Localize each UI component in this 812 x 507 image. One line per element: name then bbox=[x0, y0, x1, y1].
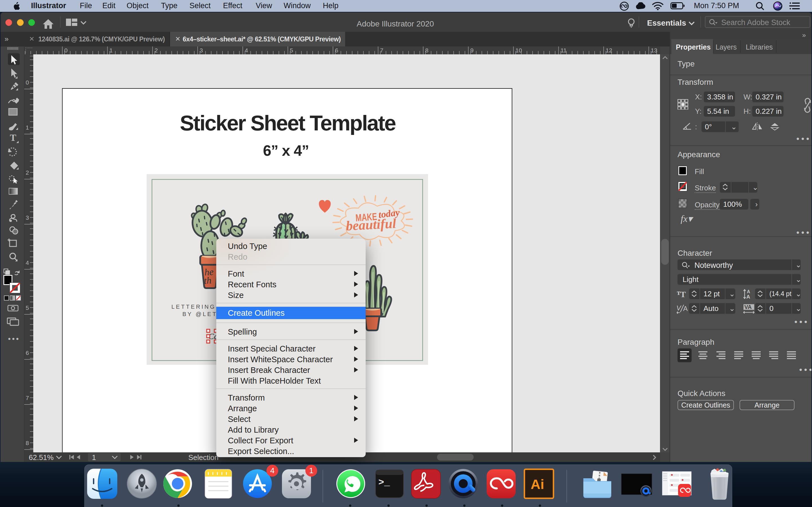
svg-text:VA: VA bbox=[744, 304, 752, 310]
svg-text:T: T bbox=[10, 132, 16, 143]
svg-text:beautiful: beautiful bbox=[346, 216, 397, 233]
svg-text:A: A bbox=[746, 294, 750, 299]
svg-text:A: A bbox=[747, 289, 750, 294]
svg-text:Ai: Ai bbox=[530, 477, 544, 492]
svg-text:th: th bbox=[204, 275, 212, 286]
svg-text:A: A bbox=[683, 305, 688, 313]
svg-text:>_: >_ bbox=[378, 477, 390, 488]
